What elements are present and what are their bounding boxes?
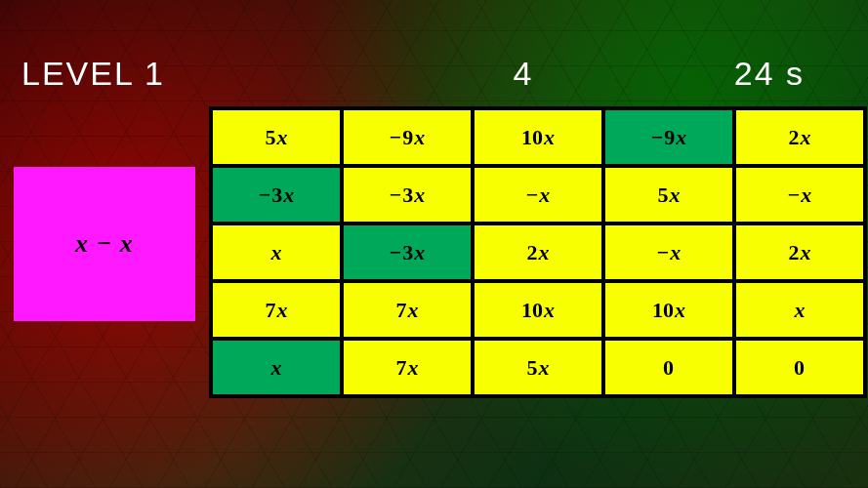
grid-cell[interactable]: 5x [475, 341, 601, 394]
grid-cell[interactable]: −x [605, 225, 732, 279]
grid-cell[interactable]: −9x [344, 110, 471, 164]
grid-cell[interactable]: 7x [344, 341, 471, 394]
target-expression-box: x − x [14, 167, 195, 321]
grid-cell[interactable]: 5x [213, 110, 340, 164]
game-header: LEVEL 1 4 24 s [0, 55, 868, 102]
grid-cell[interactable]: −9x [605, 110, 732, 164]
grid-cell[interactable]: 2x [475, 225, 601, 279]
grid-cell[interactable]: x [736, 283, 863, 337]
grid-cell[interactable]: −3x [213, 168, 340, 222]
grid-cell[interactable]: 7x [213, 283, 340, 337]
grid-cell[interactable]: 10x [475, 110, 601, 164]
grid-cell[interactable]: x [213, 225, 340, 279]
grid-cell[interactable]: 5x [605, 168, 732, 222]
grid-cell[interactable]: −x [475, 168, 601, 222]
grid-cell[interactable]: 7x [344, 283, 471, 337]
grid-cell[interactable]: 2x [736, 225, 863, 279]
grid-cell[interactable]: −3x [344, 225, 471, 279]
grid-cell[interactable]: 0 [605, 341, 732, 394]
grid-cell[interactable]: 10x [475, 283, 601, 337]
timer-value: 24 s [711, 55, 828, 93]
grid-cell[interactable]: 2x [736, 110, 863, 164]
grid-cell[interactable]: −3x [344, 168, 471, 222]
target-expression: x − x [75, 229, 134, 259]
grid-cell[interactable]: 0 [736, 341, 863, 394]
score-value: 4 [494, 55, 553, 93]
grid-cell[interactable]: x [213, 341, 340, 394]
grid-cell[interactable]: 10x [605, 283, 732, 337]
grid-cell[interactable]: −x [736, 168, 863, 222]
level-label: LEVEL 1 [21, 55, 165, 93]
answer-grid: 5x−9x10x−9x2x−3x−3x−x5x−xx−3x2x−x2x7x7x1… [209, 106, 867, 398]
